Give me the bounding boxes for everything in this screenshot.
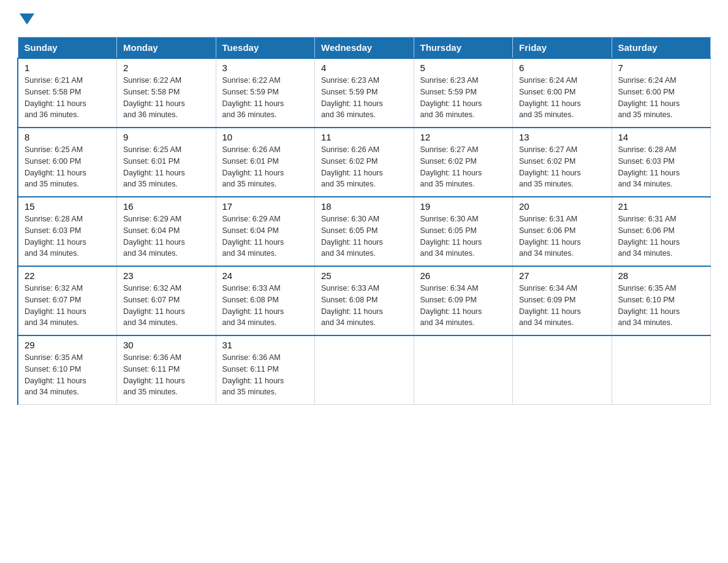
calendar-week-4: 22Sunrise: 6:32 AMSunset: 6:07 PMDayligh… xyxy=(18,266,711,335)
calendar-cell: 4Sunrise: 6:23 AMSunset: 5:59 PMDaylight… xyxy=(315,58,414,128)
day-number: 14 xyxy=(618,132,705,142)
calendar-cell: 11Sunrise: 6:26 AMSunset: 6:02 PMDayligh… xyxy=(315,128,414,197)
calendar-cell: 25Sunrise: 6:33 AMSunset: 6:08 PMDayligh… xyxy=(315,266,414,335)
day-number: 7 xyxy=(618,63,705,73)
day-number: 25 xyxy=(321,270,408,281)
day-header-tuesday: Tuesday xyxy=(216,37,315,59)
calendar-week-5: 29Sunrise: 6:35 AMSunset: 6:10 PMDayligh… xyxy=(18,335,711,405)
day-info: Sunrise: 6:26 AMSunset: 6:01 PMDaylight:… xyxy=(222,144,309,190)
calendar-cell: 29Sunrise: 6:35 AMSunset: 6:10 PMDayligh… xyxy=(18,335,117,405)
day-number: 4 xyxy=(321,63,408,73)
calendar-cell: 23Sunrise: 6:32 AMSunset: 6:07 PMDayligh… xyxy=(117,266,216,335)
day-info: Sunrise: 6:31 AMSunset: 6:06 PMDaylight:… xyxy=(519,213,605,259)
day-number: 23 xyxy=(123,270,210,281)
day-info: Sunrise: 6:35 AMSunset: 6:10 PMDaylight:… xyxy=(25,352,110,398)
day-number: 24 xyxy=(222,270,309,281)
day-info: Sunrise: 6:26 AMSunset: 6:02 PMDaylight:… xyxy=(321,144,408,190)
calendar-cell xyxy=(414,335,513,405)
logo-triangle-icon xyxy=(20,13,34,25)
day-number: 10 xyxy=(222,132,309,142)
page-header xyxy=(17,15,711,25)
calendar-cell: 30Sunrise: 6:36 AMSunset: 6:11 PMDayligh… xyxy=(117,335,216,405)
day-number: 27 xyxy=(519,270,605,281)
day-header-thursday: Thursday xyxy=(414,37,513,59)
day-info: Sunrise: 6:30 AMSunset: 6:05 PMDaylight:… xyxy=(321,213,408,259)
day-header-saturday: Saturday xyxy=(612,37,711,59)
day-number: 2 xyxy=(123,63,210,73)
day-info: Sunrise: 6:32 AMSunset: 6:07 PMDaylight:… xyxy=(123,283,210,329)
calendar-cell: 24Sunrise: 6:33 AMSunset: 6:08 PMDayligh… xyxy=(216,266,315,335)
day-number: 13 xyxy=(519,132,605,142)
day-info: Sunrise: 6:34 AMSunset: 6:09 PMDaylight:… xyxy=(420,283,507,329)
calendar-cell: 17Sunrise: 6:29 AMSunset: 6:04 PMDayligh… xyxy=(216,197,315,266)
day-info: Sunrise: 6:31 AMSunset: 6:06 PMDaylight:… xyxy=(618,213,705,259)
day-number: 29 xyxy=(25,340,110,350)
calendar-cell: 16Sunrise: 6:29 AMSunset: 6:04 PMDayligh… xyxy=(117,197,216,266)
calendar-week-3: 15Sunrise: 6:28 AMSunset: 6:03 PMDayligh… xyxy=(18,197,711,266)
day-info: Sunrise: 6:22 AMSunset: 5:59 PMDaylight:… xyxy=(222,75,309,121)
calendar-cell: 5Sunrise: 6:23 AMSunset: 5:59 PMDaylight… xyxy=(414,58,513,128)
day-info: Sunrise: 6:28 AMSunset: 6:03 PMDaylight:… xyxy=(25,213,110,259)
day-number: 18 xyxy=(321,201,408,212)
day-number: 28 xyxy=(618,270,705,281)
day-info: Sunrise: 6:35 AMSunset: 6:10 PMDaylight:… xyxy=(618,283,705,329)
calendar-cell: 26Sunrise: 6:34 AMSunset: 6:09 PMDayligh… xyxy=(414,266,513,335)
day-info: Sunrise: 6:23 AMSunset: 5:59 PMDaylight:… xyxy=(321,75,408,121)
calendar-cell: 18Sunrise: 6:30 AMSunset: 6:05 PMDayligh… xyxy=(315,197,414,266)
calendar-week-2: 8Sunrise: 6:25 AMSunset: 6:00 PMDaylight… xyxy=(18,128,711,197)
day-info: Sunrise: 6:25 AMSunset: 6:00 PMDaylight:… xyxy=(25,144,110,190)
calendar-cell: 22Sunrise: 6:32 AMSunset: 6:07 PMDayligh… xyxy=(18,266,117,335)
day-header-wednesday: Wednesday xyxy=(315,37,414,59)
day-info: Sunrise: 6:36 AMSunset: 6:11 PMDaylight:… xyxy=(222,352,309,398)
day-number: 19 xyxy=(420,201,507,212)
day-info: Sunrise: 6:21 AMSunset: 5:58 PMDaylight:… xyxy=(25,75,110,121)
day-number: 30 xyxy=(123,340,210,350)
day-info: Sunrise: 6:23 AMSunset: 5:59 PMDaylight:… xyxy=(420,75,507,121)
day-number: 26 xyxy=(420,270,507,281)
logo xyxy=(17,15,34,25)
calendar-cell xyxy=(612,335,711,405)
day-info: Sunrise: 6:36 AMSunset: 6:11 PMDaylight:… xyxy=(123,352,210,398)
calendar-cell: 9Sunrise: 6:25 AMSunset: 6:01 PMDaylight… xyxy=(117,128,216,197)
day-number: 3 xyxy=(222,63,309,73)
day-info: Sunrise: 6:33 AMSunset: 6:08 PMDaylight:… xyxy=(222,283,309,329)
day-header-monday: Monday xyxy=(117,37,216,59)
calendar-cell: 13Sunrise: 6:27 AMSunset: 6:02 PMDayligh… xyxy=(513,128,612,197)
calendar-cell: 2Sunrise: 6:22 AMSunset: 5:58 PMDaylight… xyxy=(117,58,216,128)
day-number: 6 xyxy=(519,63,605,73)
day-info: Sunrise: 6:27 AMSunset: 6:02 PMDaylight:… xyxy=(420,144,507,190)
calendar-cell: 31Sunrise: 6:36 AMSunset: 6:11 PMDayligh… xyxy=(216,335,315,405)
calendar-cell: 8Sunrise: 6:25 AMSunset: 6:00 PMDaylight… xyxy=(18,128,117,197)
day-info: Sunrise: 6:34 AMSunset: 6:09 PMDaylight:… xyxy=(519,283,605,329)
day-number: 17 xyxy=(222,201,309,212)
calendar-cell xyxy=(315,335,414,405)
calendar-week-1: 1Sunrise: 6:21 AMSunset: 5:58 PMDaylight… xyxy=(18,58,711,128)
day-info: Sunrise: 6:33 AMSunset: 6:08 PMDaylight:… xyxy=(321,283,408,329)
day-number: 5 xyxy=(420,63,507,73)
day-number: 22 xyxy=(25,270,110,281)
day-number: 1 xyxy=(25,63,110,73)
calendar-cell xyxy=(513,335,612,405)
day-number: 21 xyxy=(618,201,705,212)
calendar-cell: 21Sunrise: 6:31 AMSunset: 6:06 PMDayligh… xyxy=(612,197,711,266)
calendar-cell: 10Sunrise: 6:26 AMSunset: 6:01 PMDayligh… xyxy=(216,128,315,197)
day-info: Sunrise: 6:29 AMSunset: 6:04 PMDaylight:… xyxy=(222,213,309,259)
calendar-cell: 3Sunrise: 6:22 AMSunset: 5:59 PMDaylight… xyxy=(216,58,315,128)
day-info: Sunrise: 6:28 AMSunset: 6:03 PMDaylight:… xyxy=(618,144,705,190)
day-info: Sunrise: 6:29 AMSunset: 6:04 PMDaylight:… xyxy=(123,213,210,259)
calendar-cell: 27Sunrise: 6:34 AMSunset: 6:09 PMDayligh… xyxy=(513,266,612,335)
day-number: 16 xyxy=(123,201,210,212)
day-header-friday: Friday xyxy=(513,37,612,59)
calendar-cell: 7Sunrise: 6:24 AMSunset: 6:00 PMDaylight… xyxy=(612,58,711,128)
day-number: 12 xyxy=(420,132,507,142)
calendar-cell: 20Sunrise: 6:31 AMSunset: 6:06 PMDayligh… xyxy=(513,197,612,266)
day-info: Sunrise: 6:32 AMSunset: 6:07 PMDaylight:… xyxy=(25,283,110,329)
day-info: Sunrise: 6:24 AMSunset: 6:00 PMDaylight:… xyxy=(519,75,605,121)
day-info: Sunrise: 6:24 AMSunset: 6:00 PMDaylight:… xyxy=(618,75,705,121)
calendar-cell: 1Sunrise: 6:21 AMSunset: 5:58 PMDaylight… xyxy=(18,58,117,128)
day-number: 11 xyxy=(321,132,408,142)
calendar-cell: 28Sunrise: 6:35 AMSunset: 6:10 PMDayligh… xyxy=(612,266,711,335)
day-info: Sunrise: 6:30 AMSunset: 6:05 PMDaylight:… xyxy=(420,213,507,259)
day-info: Sunrise: 6:27 AMSunset: 6:02 PMDaylight:… xyxy=(519,144,605,190)
day-info: Sunrise: 6:25 AMSunset: 6:01 PMDaylight:… xyxy=(123,144,210,190)
